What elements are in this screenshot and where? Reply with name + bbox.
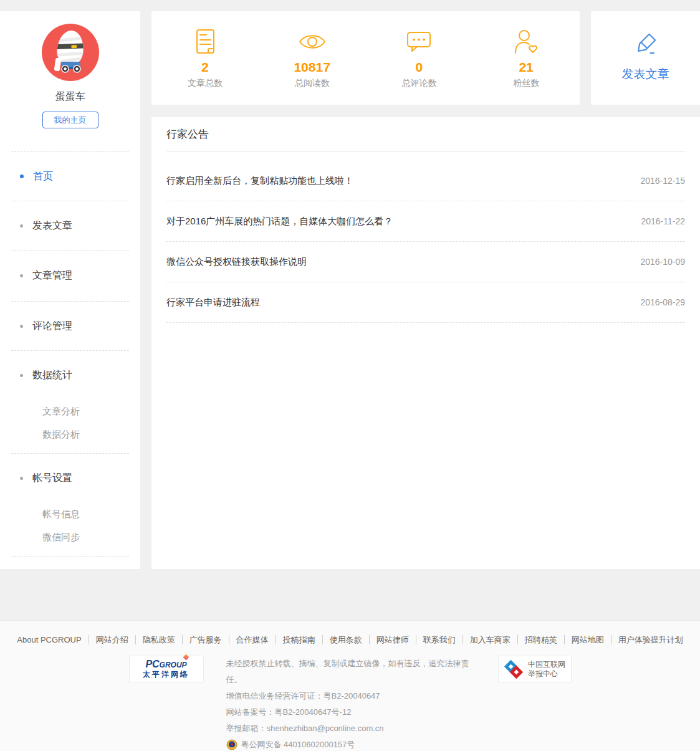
announcement-row[interactable]: 行家平台申请进驻流程 2016-08-29 bbox=[166, 282, 685, 323]
avatar bbox=[42, 24, 99, 81]
announcement-title[interactable]: 对于2016广州车展的热门话题，自媒体大咖们怎么看？ bbox=[166, 216, 393, 227]
stat-total-articles: 2 文章总数 bbox=[151, 11, 259, 105]
footer-link-contact[interactable]: 联系我们 bbox=[416, 635, 463, 644]
egg-eye bbox=[71, 45, 77, 48]
stat-label: 文章总数 bbox=[151, 78, 259, 89]
police-badge-icon bbox=[226, 739, 237, 750]
bullet-dot bbox=[20, 374, 23, 377]
legal-line: 未经授权禁止转载、摘编、复制或建立镜像，如有违反，追究法律责任。 bbox=[226, 656, 476, 688]
stat-label: 粉丝数 bbox=[472, 78, 580, 89]
footer-link-join-dealer[interactable]: 加入车商家 bbox=[463, 635, 518, 644]
announcement-title[interactable]: 行家平台申请进驻流程 bbox=[166, 297, 260, 309]
announcement-date: 2016-10-09 bbox=[640, 257, 685, 267]
sidebar-subitem-article-analysis[interactable]: 文章分析 bbox=[11, 399, 129, 423]
publish-article-card[interactable]: 发表文章 bbox=[591, 11, 700, 105]
bullet-dot bbox=[20, 325, 23, 328]
announcement-title[interactable]: 行家启用全新后台，复制粘贴功能也上线啦！ bbox=[166, 175, 353, 187]
stat-value: 10817 bbox=[259, 60, 366, 75]
bullet-dot bbox=[20, 224, 23, 227]
footer-link-about-pcgroup[interactable]: About PCGROUP bbox=[10, 635, 89, 644]
announcements-panel: 行家公告 行家启用全新后台，复制粘贴功能也上线啦！ 2016-12-15 对于2… bbox=[151, 117, 700, 569]
sidebar-item-comment-management[interactable]: 评论管理 bbox=[11, 302, 129, 350]
announcements-title: 行家公告 bbox=[166, 117, 685, 152]
profile-section: 蛋蛋车 我的主页 bbox=[11, 24, 129, 152]
announcement-row[interactable]: 微信公众号授权链接获取操作说明 2016-10-09 bbox=[166, 242, 685, 282]
announcement-date: 2016-08-29 bbox=[640, 297, 685, 307]
announcement-title[interactable]: 微信公众号授权链接获取操作说明 bbox=[166, 256, 307, 268]
legal-line: 举报邮箱：shenhezhiban@pconline.com.cn bbox=[226, 720, 476, 737]
footer: About PCGROUP网站介绍隐私政策广告服务合作媒体投稿指南使用条款网站律… bbox=[0, 620, 700, 751]
sidebar-subitem-account-info[interactable]: 帐号信息 bbox=[11, 502, 129, 525]
pcgroup-logo: PCGROUP 太平洋网络 bbox=[129, 656, 204, 682]
bullet-dot bbox=[20, 477, 23, 480]
username: 蛋蛋车 bbox=[11, 90, 129, 103]
footer-link-site-intro[interactable]: 网站介绍 bbox=[89, 635, 136, 644]
pencil-icon bbox=[630, 27, 662, 60]
sidebar-item-account-settings[interactable]: 帐号设置 bbox=[11, 454, 129, 502]
pcgroup-diamond-icon bbox=[183, 654, 189, 660]
legal-text: 未经授权禁止转载、摘编、复制或建立镜像，如有违反，追究法律责任。 增值电信业务经… bbox=[226, 656, 476, 751]
views-icon bbox=[297, 27, 327, 57]
footer-link-ux-program[interactable]: 用户体验提升计划 bbox=[611, 635, 690, 644]
footer-link-sitemap[interactable]: 网站地图 bbox=[565, 635, 611, 644]
bullet-dot bbox=[20, 274, 23, 277]
sidebar-subitem-data-analysis[interactable]: 数据分析 bbox=[11, 423, 129, 446]
my-homepage-button[interactable]: 我的主页 bbox=[42, 112, 98, 128]
legal-line: 增值电信业务经营许可证：粤B2-20040647 bbox=[226, 688, 476, 704]
legal-line: 网站备案号：粤B2-20040647号-12 bbox=[226, 704, 476, 720]
publish-article-label: 发表文章 bbox=[591, 66, 700, 82]
footer-links: About PCGROUP网站介绍隐私政策广告服务合作媒体投稿指南使用条款网站律… bbox=[0, 634, 700, 646]
footer-link-lawyer[interactable]: 网站律师 bbox=[370, 635, 416, 644]
sidebar-item-publish-article[interactable]: 发表文章 bbox=[11, 201, 129, 250]
announcement-row[interactable]: 行家启用全新后台，复制粘贴功能也上线啦！ 2016-12-15 bbox=[166, 161, 685, 201]
sidebar: 蛋蛋车 我的主页 首页 发表文章 文章管理 评论管理 bbox=[0, 11, 140, 569]
stat-label: 总评论数 bbox=[366, 78, 473, 89]
stats-card: 2 文章总数 10817 总阅读数 0 总评论数 21 粉丝数 bbox=[151, 11, 580, 105]
articles-icon bbox=[190, 27, 220, 57]
footer-link-privacy[interactable]: 隐私政策 bbox=[136, 635, 183, 644]
report-center-logo: 中国互联网 举报中心 bbox=[498, 656, 572, 682]
fans-icon bbox=[511, 27, 541, 57]
police-record-number[interactable]: 粤公网安备 44010602000157号 bbox=[241, 737, 355, 751]
footer-link-submission[interactable]: 投稿指南 bbox=[276, 635, 323, 644]
stat-value: 2 bbox=[151, 60, 259, 75]
announcement-row[interactable]: 对于2016广州车展的热门话题，自媒体大咖们怎么看？ 2016-11-22 bbox=[166, 201, 685, 242]
stat-total-comments: 0 总评论数 bbox=[366, 11, 473, 105]
stat-value: 21 bbox=[472, 60, 580, 75]
announcement-date: 2016-12-15 bbox=[640, 176, 685, 186]
footer-link-ads[interactable]: 广告服务 bbox=[183, 635, 229, 644]
footer-link-terms[interactable]: 使用条款 bbox=[323, 635, 370, 644]
report-center-icon bbox=[504, 659, 524, 679]
sidebar-item-article-management[interactable]: 文章管理 bbox=[11, 251, 129, 301]
stat-label: 总阅读数 bbox=[259, 78, 366, 89]
bullet-dot bbox=[20, 175, 24, 178]
stat-total-reads: 10817 总阅读数 bbox=[259, 11, 366, 105]
sidebar-nav: 首页 发表文章 文章管理 评论管理 数据统计 bbox=[0, 152, 140, 557]
announcement-date: 2016-11-22 bbox=[641, 216, 685, 226]
sidebar-item-data-statistics[interactable]: 数据统计 bbox=[11, 351, 129, 399]
footer-link-media[interactable]: 合作媒体 bbox=[229, 635, 276, 644]
comments-icon bbox=[404, 27, 434, 57]
footer-link-recruit[interactable]: 招聘精英 bbox=[518, 635, 565, 644]
stat-fans: 21 粉丝数 bbox=[472, 11, 580, 105]
sidebar-item-home[interactable]: 首页 bbox=[11, 152, 129, 201]
stat-value: 0 bbox=[366, 60, 473, 75]
announcements-list: 行家启用全新后台，复制粘贴功能也上线啦！ 2016-12-15 对于2016广州… bbox=[151, 152, 700, 323]
sidebar-subitem-wechat-sync[interactable]: 微信同步 bbox=[11, 525, 129, 548]
